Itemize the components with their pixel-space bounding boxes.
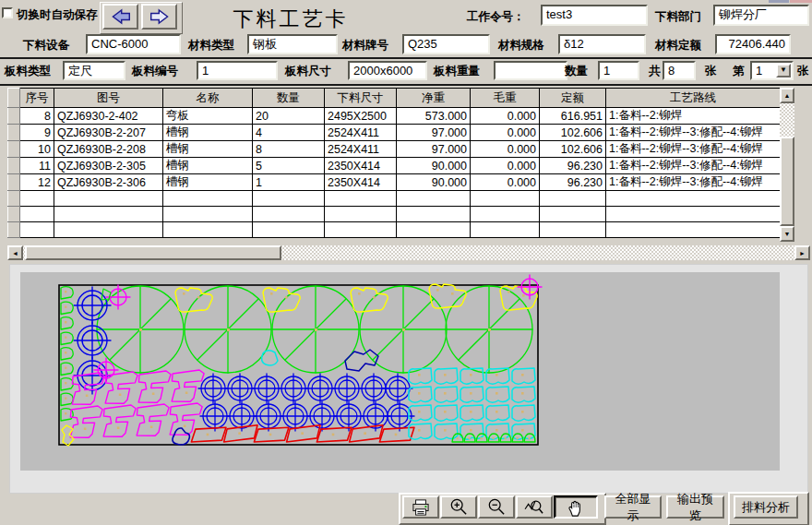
row-selector[interactable] <box>8 108 20 125</box>
prev-sheet-button[interactable] <box>102 4 138 30</box>
output-preview-button[interactable]: 输出预览 <box>666 495 724 519</box>
table-cell[interactable]: 0.000 <box>471 125 540 141</box>
table-row[interactable]: 9QZJ6930B-2-207槽钢42524X41197.0000.000102… <box>8 125 781 141</box>
table-cell[interactable] <box>20 207 54 222</box>
row-selector[interactable] <box>8 222 20 238</box>
current-sheet-combobox[interactable]: 1 ▼ <box>750 61 794 80</box>
table-cell[interactable] <box>253 222 325 238</box>
table-cell[interactable]: 102.606 <box>540 125 606 141</box>
vscroll-down-button[interactable]: ▼ <box>780 226 794 242</box>
material-grade-input[interactable]: Q235 <box>402 34 490 54</box>
table-cell[interactable]: 2524X411 <box>325 125 397 141</box>
row-selector[interactable] <box>8 191 20 207</box>
table-cell[interactable]: 90.000 <box>397 158 471 174</box>
table-cell[interactable]: 1:备料--2:铆焊--3:修配--4:铆焊 <box>606 125 781 141</box>
table-cell[interactable]: 8 <box>20 108 54 125</box>
table-cell[interactable]: 2350X414 <box>325 174 397 191</box>
table-cell[interactable]: 4 <box>253 125 325 141</box>
table-cell[interactable]: 5 <box>253 158 325 174</box>
table-cell[interactable]: QZJ6930B-2-207 <box>54 125 163 141</box>
table-row[interactable] <box>8 207 781 222</box>
table-cell[interactable]: 20 <box>253 108 325 125</box>
next-sheet-button[interactable] <box>141 4 177 30</box>
table-row[interactable] <box>8 191 781 207</box>
print-button[interactable] <box>402 495 439 519</box>
table-row[interactable]: 10QZJ6930B-2-208槽钢82524X41197.0000.00010… <box>8 141 781 158</box>
table-cell[interactable] <box>253 207 325 222</box>
table-cell[interactable]: 槽钢 <box>163 141 253 158</box>
equipment-input[interactable]: CNC-6000 <box>86 34 181 54</box>
table-cell[interactable] <box>325 191 397 207</box>
table-cell[interactable] <box>540 207 606 222</box>
hscroll-right-button[interactable]: ► <box>794 245 810 260</box>
table-cell[interactable]: 2350X414 <box>325 158 397 174</box>
column-header-4[interactable]: 数量 <box>253 89 325 108</box>
table-cell[interactable]: 1 <box>253 174 325 191</box>
table-cell[interactable] <box>20 222 54 238</box>
table-cell[interactable]: 616.951 <box>540 108 606 125</box>
quantity-input[interactable]: 1 <box>598 61 639 80</box>
table-cell[interactable]: QZJ6930-2-402 <box>54 108 163 125</box>
table-cell[interactable] <box>471 191 540 207</box>
table-cell[interactable] <box>325 222 397 238</box>
nesting-preview-canvas[interactable] <box>20 272 780 471</box>
cutting-dept-input[interactable]: 铆焊分厂 <box>713 5 809 26</box>
hscroll-left-button[interactable]: ◄ <box>7 245 23 260</box>
table-cell[interactable]: 2495X2500 <box>325 108 397 125</box>
table-cell[interactable] <box>397 222 471 238</box>
table-cell[interactable] <box>397 191 471 207</box>
row-selector[interactable] <box>8 158 20 174</box>
plate-no-input[interactable]: 1 <box>197 61 278 80</box>
autosave-checkbox[interactable] <box>2 7 13 18</box>
table-cell[interactable]: 槽钢 <box>163 158 253 174</box>
table-cell[interactable]: 12 <box>20 174 54 191</box>
pan-button[interactable] <box>554 495 598 519</box>
column-header-3[interactable]: 名称 <box>163 89 253 108</box>
column-header-9[interactable]: 工艺路线 <box>606 89 781 108</box>
table-cell[interactable]: 弯板 <box>163 108 253 125</box>
table-cell[interactable] <box>253 191 325 207</box>
table-cell[interactable] <box>163 207 253 222</box>
table-cell[interactable] <box>606 222 781 238</box>
table-hscrollbar[interactable]: ◄ ► <box>7 245 810 260</box>
column-header-5[interactable]: 下料尺寸 <box>325 89 397 108</box>
column-header-6[interactable]: 净重 <box>397 89 471 108</box>
table-cell[interactable] <box>540 222 606 238</box>
nest-analysis-button[interactable]: 排料分析 <box>734 495 798 519</box>
table-cell[interactable]: 1:备料--2:铆焊 <box>606 108 781 125</box>
vscroll-up-button[interactable]: ▲ <box>780 88 794 103</box>
row-selector[interactable] <box>8 125 20 141</box>
column-header-7[interactable]: 毛重 <box>471 89 540 108</box>
zoom-out-button[interactable] <box>478 495 515 519</box>
table-cell[interactable]: 0.000 <box>471 141 540 158</box>
material-type-input[interactable]: 钢板 <box>247 34 338 54</box>
material-quota-input[interactable]: 72406.440 <box>715 34 791 54</box>
table-cell[interactable] <box>606 207 781 222</box>
table-cell[interactable] <box>325 207 397 222</box>
table-cell[interactable] <box>471 222 540 238</box>
row-selector[interactable] <box>8 174 20 191</box>
plate-type-input[interactable]: 定尺 <box>63 61 125 80</box>
vscroll-thumb[interactable] <box>780 137 794 226</box>
table-cell[interactable]: QZJ6930B-2-305 <box>54 158 163 174</box>
table-cell[interactable] <box>606 191 781 207</box>
table-cell[interactable] <box>540 191 606 207</box>
table-cell[interactable]: 11 <box>20 158 54 174</box>
table-cell[interactable]: 97.000 <box>397 141 471 158</box>
table-cell[interactable] <box>163 222 253 238</box>
table-cell[interactable] <box>397 207 471 222</box>
table-cell[interactable] <box>54 207 163 222</box>
table-row[interactable]: 8QZJ6930-2-402弯板202495X2500573.0000.0006… <box>8 108 781 125</box>
table-row[interactable]: 11QZJ6930B-2-305槽钢52350X41490.0000.00096… <box>8 158 781 174</box>
hscroll-thumb[interactable] <box>25 245 281 260</box>
row-selector[interactable] <box>8 141 20 158</box>
table-cell[interactable]: QZJ6930B-2-208 <box>54 141 163 158</box>
table-cell[interactable]: 1:备料--2:铆焊--3:修配--4:铆焊 <box>606 141 781 158</box>
table-cell[interactable]: 96.230 <box>540 158 606 174</box>
table-cell[interactable]: 2524X411 <box>325 141 397 158</box>
table-cell[interactable]: 8 <box>253 141 325 158</box>
table-cell[interactable]: 0.000 <box>471 158 540 174</box>
total-sheets-input[interactable]: 8 <box>663 61 696 80</box>
table-cell[interactable] <box>20 191 54 207</box>
table-cell[interactable]: 槽钢 <box>163 174 253 191</box>
